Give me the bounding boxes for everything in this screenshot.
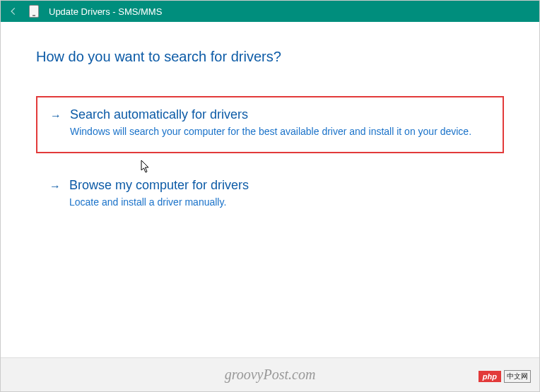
source-badge: php 中文网 bbox=[479, 370, 531, 383]
option-description: Locate and install a driver manually. bbox=[69, 196, 491, 210]
arrow-right-icon: → bbox=[49, 178, 61, 195]
arrow-right-icon: → bbox=[50, 107, 61, 124]
option-browse-computer[interactable]: → Browse my computer for drivers Locate … bbox=[36, 167, 504, 223]
badge-left: php bbox=[479, 371, 501, 382]
option-title: Search automatically for drivers bbox=[70, 107, 490, 122]
dialog-content: How do you want to search for drivers? →… bbox=[1, 22, 539, 222]
device-icon bbox=[29, 5, 39, 18]
watermark-text: groovyPost.com bbox=[225, 367, 316, 383]
titlebar: Update Drivers - SMS/MMS bbox=[1, 1, 539, 22]
badge-right: 中文网 bbox=[504, 370, 531, 383]
option-search-automatically[interactable]: → Search automatically for drivers Windo… bbox=[36, 96, 504, 153]
option-title: Browse my computer for drivers bbox=[69, 178, 491, 193]
option-description: Windows will search your computer for th… bbox=[70, 125, 490, 139]
page-heading: How do you want to search for drivers? bbox=[36, 49, 504, 65]
back-arrow-icon[interactable] bbox=[8, 6, 19, 17]
window-title: Update Drivers - SMS/MMS bbox=[49, 6, 162, 17]
